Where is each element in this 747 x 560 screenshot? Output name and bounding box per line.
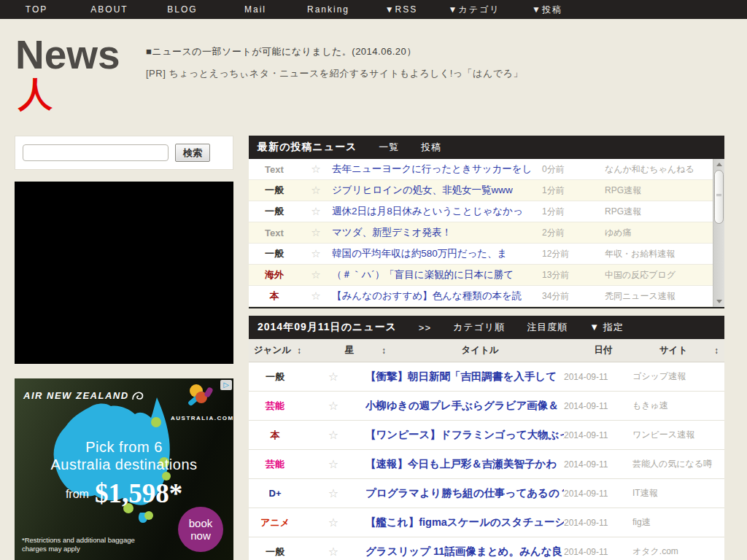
news-date: 2014-09-11 [564, 401, 632, 411]
news-title-link[interactable]: （＃｀ハ´）「盲目に楽観的に日本に勝て [332, 268, 542, 281]
star-icon[interactable]: ☆ [301, 486, 365, 500]
air-new-zealand-logo: AIR NEW ZEALAND [23, 390, 144, 401]
nav-item-top[interactable]: TOP [0, 0, 73, 19]
latest-news-header: 最新の投稿ニュース 一覧 投稿 [249, 136, 724, 159]
news-title-link[interactable]: マツダ、新型デミオ発表！ [332, 226, 542, 239]
star-icon[interactable]: ☆ [301, 545, 365, 559]
news-title-link[interactable]: ジブリヒロインの処女、非処女一覧www [332, 184, 542, 197]
sort-icon[interactable]: ↕ [708, 346, 724, 356]
banner-ad-air-new-zealand[interactable]: ▷ AIR NEW ZEALAND AUSTRALIA.COM Pick fro… [15, 378, 233, 560]
genre-label[interactable]: D+ [249, 488, 301, 499]
nav-item-rss[interactable]: ▼RSS [365, 0, 438, 19]
scroll-up-icon[interactable] [716, 163, 722, 166]
source-site-link[interactable]: オタク.com [632, 545, 724, 558]
scroll-down-icon[interactable] [716, 300, 722, 303]
specify-dropdown[interactable]: ▼ 指定 [589, 321, 623, 334]
star-icon[interactable]: ☆ [301, 457, 365, 471]
star-icon[interactable]: ☆ [300, 247, 332, 260]
book-now-button[interactable]: book now [178, 507, 223, 552]
news-title-link[interactable]: 【艦これ】figmaスケールのスタチューシ [365, 516, 564, 529]
news-title-link[interactable]: 【ワンピース】ドフラミンゴって大物ぶって [365, 428, 564, 442]
sort-icon[interactable]: ↕ [376, 346, 392, 356]
sort-icon[interactable]: ↕ [291, 346, 307, 356]
category-label[interactable]: 一般 [249, 184, 300, 197]
source-site-link[interactable]: IT速報 [632, 487, 724, 499]
scrollbar-thumb[interactable] [714, 170, 724, 224]
source-site-link[interactable]: 芸能人の気になる噂 [632, 458, 724, 470]
category-label[interactable]: 一般 [249, 247, 300, 260]
time-ago: 2分前 [542, 227, 605, 239]
sort-by-category-link[interactable]: カテゴリ順 [453, 321, 505, 334]
star-icon[interactable]: ☆ [300, 268, 332, 281]
star-icon[interactable]: ☆ [300, 226, 332, 239]
news-title-link[interactable]: 去年ニューヨークに行ったときサッカーをし [332, 163, 542, 176]
genre-label[interactable]: 芸能 [249, 400, 301, 413]
star-icon[interactable]: ☆ [301, 399, 365, 413]
source-site-link[interactable]: ゴシップ速報 [632, 370, 724, 383]
nav-item-blog[interactable]: BLOG [146, 0, 219, 19]
column-site[interactable]: サイト [638, 344, 708, 357]
news-title-link[interactable]: 小柳ゆきの週プレ手ぶらグラビア画像＆ [365, 399, 564, 413]
time-ago: 12分前 [542, 248, 605, 260]
source-site-link[interactable]: RPG速報 [605, 184, 713, 197]
search-button[interactable]: 検索 [175, 144, 210, 162]
list-scrollbar[interactable] [713, 159, 724, 307]
search-input[interactable] [23, 144, 169, 161]
news-title-link[interactable]: 週休2日は月8日休みということじゃなかっ [332, 205, 542, 218]
news-title-link[interactable]: 【速報】今日も上戸彩＆吉瀬美智子かわ [365, 457, 564, 471]
source-site-link[interactable]: RPG速報 [605, 206, 713, 218]
source-site-link[interactable]: 中国の反応ブログ [605, 269, 713, 281]
news-title-link[interactable]: 【みんなのおすすめ】色んな種類の本を読 [332, 289, 542, 303]
genre-label[interactable]: 一般 [249, 545, 301, 559]
nav-item-category[interactable]: ▼カテゴリ [438, 0, 511, 19]
category-label[interactable]: Text [249, 228, 300, 238]
latest-news-row: 一般 ☆ 韓国の平均年収は約580万円だった、ま 12分前 年収・お給料速報 [249, 244, 713, 265]
category-label[interactable]: 海外 [249, 268, 300, 281]
source-site-link[interactable]: 禿同ニュース速報 [605, 290, 713, 303]
source-site-link[interactable]: ワンピース速報 [632, 429, 724, 441]
column-genre[interactable]: ジャンル [249, 344, 291, 357]
ad-line-2: Australia destinations [36, 456, 212, 473]
category-label[interactable]: 本 [249, 289, 300, 303]
news-title-link[interactable]: プログラマより勝ち組の仕事ってあるの？ [365, 486, 564, 500]
source-site-link[interactable]: ゆめ痛 [605, 227, 713, 239]
source-site-link[interactable]: もきゅ速 [632, 400, 724, 412]
source-site-link[interactable]: fig速 [632, 516, 724, 529]
nav-item-about[interactable]: ABOUT [73, 0, 146, 19]
notice-pr-link[interactable]: [PR] ちょっとえっちぃネタ・ニュースを紹介するサイトもよろしく!っ「はんでろ… [146, 67, 523, 80]
news-title-link[interactable]: 韓国の平均年収は約580万円だった、ま [332, 247, 542, 260]
star-icon[interactable]: ☆ [300, 184, 332, 197]
star-icon[interactable]: ☆ [300, 289, 332, 303]
latest-news-list-link[interactable]: 一覧 [379, 141, 399, 154]
sort-by-attention-link[interactable]: 注目度順 [527, 321, 568, 334]
genre-label[interactable]: 一般 [249, 370, 301, 384]
column-title[interactable]: タイトル [392, 344, 568, 357]
column-date[interactable]: 日付 [568, 344, 638, 357]
star-icon[interactable]: ☆ [301, 516, 365, 529]
star-icon[interactable]: ☆ [301, 370, 365, 384]
source-site-link[interactable]: なんか和むちゃんねる [605, 163, 713, 176]
news-title-link[interactable]: 【衝撃】朝日新聞「吉田調書を入手して [365, 370, 564, 384]
latest-news-post-link[interactable]: 投稿 [421, 141, 441, 154]
genre-label[interactable]: 本 [249, 429, 301, 442]
source-site-link[interactable]: 年収・お給料速報 [605, 248, 713, 260]
nav-item-ranking[interactable]: Ranking [292, 0, 365, 19]
table-row: 芸能 ☆ 【速報】今日も上戸彩＆吉瀬美智子かわ 2014-09-11 芸能人の気… [249, 450, 724, 479]
nav-item-post[interactable]: ▼投稿 [511, 0, 584, 19]
blank-ad-frame[interactable] [15, 182, 233, 364]
genre-label[interactable]: アニメ [249, 516, 301, 529]
ad-from-label: from [66, 488, 89, 500]
news-date: 2014-09-11 [564, 547, 632, 557]
genre-label[interactable]: 芸能 [249, 458, 301, 471]
category-label[interactable]: Text [249, 164, 300, 175]
star-icon[interactable]: ☆ [300, 163, 332, 176]
site-logo[interactable]: News 人 [15, 35, 120, 111]
time-ago: 34分前 [542, 290, 605, 303]
nav-item-mail[interactable]: Mail [219, 0, 292, 19]
category-label[interactable]: 一般 [249, 205, 300, 218]
star-icon[interactable]: ☆ [301, 428, 365, 442]
news-title-link[interactable]: グラスリップ 11話画像まとめ。みんな良 [365, 545, 564, 559]
daily-news-more-link[interactable]: >> [419, 322, 431, 333]
star-icon[interactable]: ☆ [300, 205, 332, 218]
column-star[interactable]: 星 [323, 344, 376, 357]
